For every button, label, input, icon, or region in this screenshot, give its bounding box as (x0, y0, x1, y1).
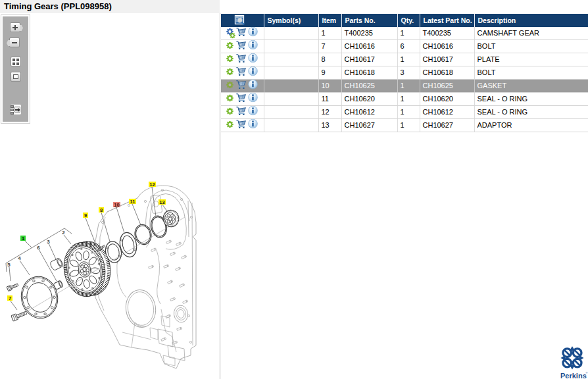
svg-text:3: 3 (47, 239, 50, 245)
svg-text:9: 9 (84, 213, 87, 218)
svg-text:Perkins: Perkins (560, 372, 587, 379)
svg-text:7: 7 (9, 295, 11, 301)
svg-text:12: 12 (149, 182, 155, 188)
svg-text:4: 4 (18, 255, 21, 261)
svg-text:8: 8 (100, 207, 103, 213)
svg-text:6: 6 (37, 245, 40, 251)
svg-text:10: 10 (114, 202, 119, 208)
svg-text:®: ® (586, 371, 588, 374)
svg-text:1: 1 (22, 236, 24, 241)
svg-text:11: 11 (130, 199, 135, 205)
svg-text:5: 5 (7, 262, 11, 268)
svg-text:2: 2 (62, 230, 65, 236)
svg-text:13: 13 (159, 199, 164, 205)
